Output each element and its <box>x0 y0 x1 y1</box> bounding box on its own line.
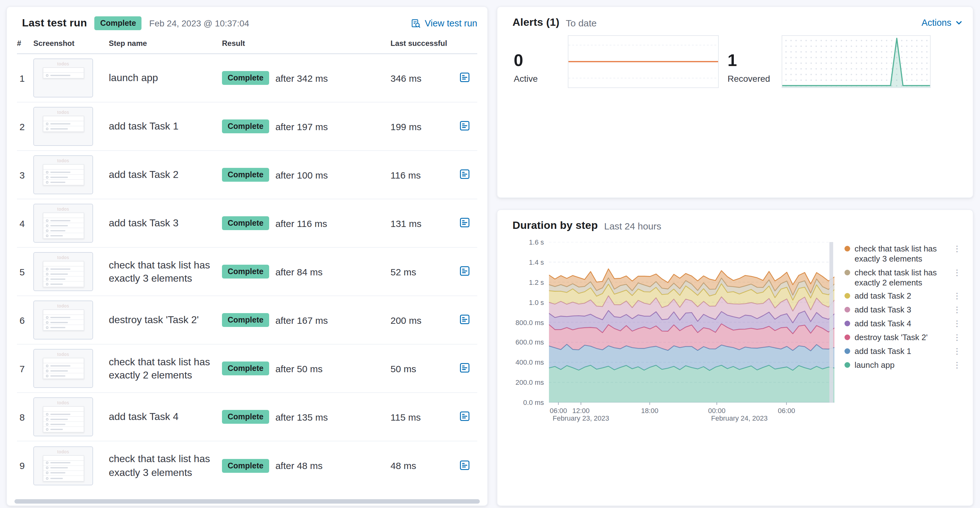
active-alerts-label: Active <box>514 73 559 83</box>
legend-item[interactable]: destroy task 'Task 2' <box>845 331 961 344</box>
view-performance-breakdown-button[interactable] <box>458 265 471 277</box>
y-axis-labels: 1.6 s1.4 s1.2 s1.0 s800.0 ms600.0 ms400.… <box>504 242 549 405</box>
view-performance-breakdown-button[interactable] <box>458 71 471 84</box>
thumbnail-app-title: todos <box>57 351 69 357</box>
thumbnail-app-title: todos <box>57 206 69 212</box>
legend-label: check that task list has exactly 2 eleme… <box>854 268 953 287</box>
alerts-title: Alerts (1) <box>512 16 559 29</box>
y-tick-label: 0.0 ms <box>523 398 544 406</box>
active-alerts-count: 0 <box>514 52 559 70</box>
series-color-dot <box>845 246 850 251</box>
legend-item[interactable]: check that task list has exactly 3 eleme… <box>845 242 961 266</box>
view-performance-breakdown-button[interactable] <box>458 362 471 374</box>
series-color-dot <box>845 335 850 340</box>
legend-item[interactable]: launch app <box>845 358 961 372</box>
step-number: 6 <box>17 315 33 325</box>
series-color-dot <box>845 348 850 354</box>
step-last-successful: 131 ms <box>390 218 458 229</box>
active-alerts-stat: 0 Active <box>514 35 559 83</box>
step-number: 4 <box>17 218 33 229</box>
step-number: 1 <box>17 73 33 83</box>
step-name: check that task list has exactly 3 eleme… <box>109 258 222 285</box>
chevron-down-icon <box>955 19 963 26</box>
step-duration: after 84 ms <box>275 266 323 277</box>
step-row: 5 todos check that task list has exactly… <box>17 248 477 296</box>
step-screenshot-thumbnail[interactable]: todos <box>33 155 93 194</box>
last-test-run-header: Last test run Complete Feb 24, 2023 @ 10… <box>7 7 487 30</box>
duration-by-step-panel: Duration by step Last 24 hours 1.6 s1.4 … <box>497 210 974 506</box>
y-tick-label: 1.0 s <box>529 298 544 306</box>
step-status-badge: Complete <box>222 119 269 133</box>
duration-header: Duration by step Last 24 hours <box>497 210 973 232</box>
step-duration: after 197 ms <box>275 121 328 132</box>
step-number: 5 <box>17 266 33 277</box>
step-screenshot-thumbnail[interactable]: todos <box>33 204 93 243</box>
step-screenshot-thumbnail[interactable]: todos <box>33 107 93 146</box>
y-tick-label: 400.0 ms <box>515 359 544 366</box>
actions-label: Actions <box>921 17 951 28</box>
step-name: add task Task 3 <box>109 217 222 230</box>
legend-item[interactable]: add task Task 2 <box>845 289 961 303</box>
view-performance-breakdown-button[interactable] <box>458 410 471 422</box>
step-duration: after 135 ms <box>275 411 328 422</box>
step-screenshot-thumbnail[interactable]: todos <box>33 59 93 97</box>
view-performance-breakdown-button[interactable] <box>458 313 471 325</box>
col-number: # <box>17 39 33 48</box>
legend-label: launch app <box>854 360 953 370</box>
plot-area: 06:0012:0018:0000:0006:00February 23, 20… <box>549 242 834 408</box>
view-performance-breakdown-button[interactable] <box>458 168 471 181</box>
view-performance-breakdown-button[interactable] <box>458 119 471 132</box>
step-row: 1 todos launch app Completeafter 342 ms … <box>17 54 477 103</box>
col-last-successful: Last successful <box>390 39 458 48</box>
view-test-run-link[interactable]: View test run <box>412 18 477 28</box>
legend-label: add task Task 2 <box>854 291 953 302</box>
step-last-successful: 200 ms <box>390 315 458 325</box>
step-duration: after 48 ms <box>275 460 323 471</box>
legend-label: add task Task 3 <box>854 305 953 315</box>
step-screenshot-thumbnail[interactable]: todos <box>33 446 93 485</box>
legend-options-button[interactable] <box>953 292 961 300</box>
step-screenshot-thumbnail[interactable]: todos <box>33 300 93 340</box>
recovered-alerts-sparkline <box>782 35 931 88</box>
step-name: add task Task 1 <box>109 120 222 133</box>
duration-title: Duration by step <box>512 219 598 232</box>
step-row: 6 todos destroy task 'Task 2' Completeaf… <box>17 296 477 344</box>
step-screenshot-thumbnail[interactable]: todos <box>33 252 93 291</box>
legend-options-button[interactable] <box>953 268 961 276</box>
step-name: add task Task 2 <box>109 168 222 182</box>
legend-options-button[interactable] <box>953 319 961 327</box>
chart-legend: check that task list has exactly 3 eleme… <box>845 242 963 408</box>
view-performance-breakdown-button[interactable] <box>458 216 471 229</box>
x-tick-label: 00:00 <box>708 407 725 414</box>
step-row: 2 todos add task Task 1 Completeafter 19… <box>17 103 477 151</box>
legend-options-button[interactable] <box>953 244 961 253</box>
step-duration: after 100 ms <box>275 170 328 180</box>
legend-options-button[interactable] <box>953 333 961 341</box>
legend-label: destroy task 'Task 2' <box>854 333 953 343</box>
legend-options-button[interactable] <box>953 306 961 314</box>
y-tick-label: 1.4 s <box>529 259 544 266</box>
active-alerts-sparkline <box>568 35 719 88</box>
legend-item[interactable]: check that task list has exactly 2 eleme… <box>845 266 961 289</box>
alerts-actions-button[interactable]: Actions <box>921 17 963 28</box>
steps-table-header: # Screenshot Step name Result Last succe… <box>17 39 477 54</box>
y-tick-label: 1.6 s <box>529 238 544 246</box>
step-screenshot-thumbnail[interactable]: todos <box>33 397 93 437</box>
legend-item[interactable]: add task Task 3 <box>845 303 961 317</box>
thumbnail-app-title: todos <box>57 61 69 67</box>
step-status-badge: Complete <box>222 459 269 473</box>
y-tick-label: 800.0 ms <box>515 318 544 326</box>
legend-item[interactable]: add task Task 4 <box>845 317 961 331</box>
x-date-label: February 23, 2023 <box>553 414 609 422</box>
col-screenshot: Screenshot <box>33 39 109 48</box>
legend-options-button[interactable] <box>953 347 961 355</box>
view-performance-breakdown-button[interactable] <box>458 459 471 471</box>
step-last-successful: 48 ms <box>390 460 458 471</box>
step-last-successful: 52 ms <box>390 266 458 277</box>
step-screenshot-thumbnail[interactable]: todos <box>33 349 93 388</box>
horizontal-scrollbar[interactable] <box>14 499 480 503</box>
legend-item[interactable]: add task Task 1 <box>845 344 961 358</box>
y-tick-label: 600.0 ms <box>515 338 544 346</box>
step-status-badge: Complete <box>222 168 269 182</box>
legend-options-button[interactable] <box>953 360 961 369</box>
